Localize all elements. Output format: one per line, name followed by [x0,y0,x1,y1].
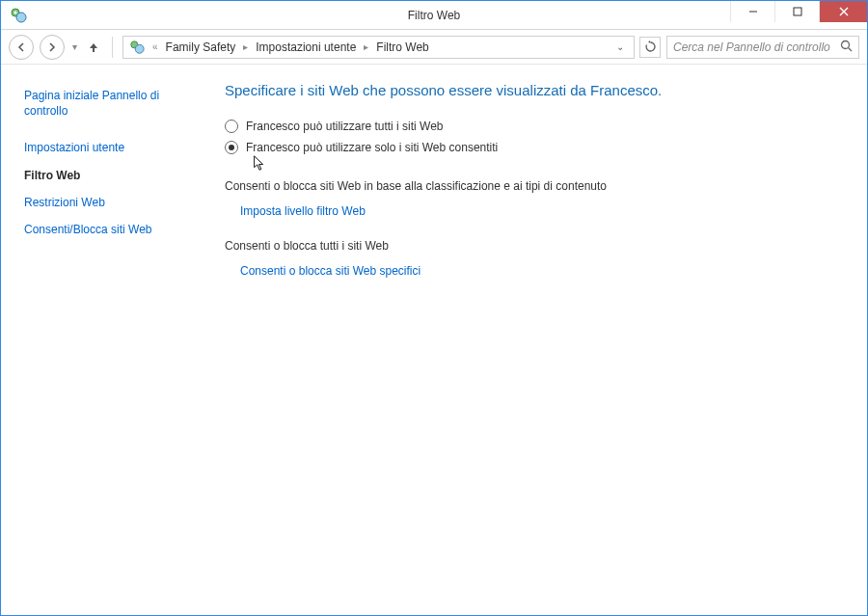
svg-point-9 [842,40,850,48]
maximize-button[interactable] [774,1,819,22]
window-controls [730,1,867,29]
link-allow-block-specific[interactable]: Consenti o blocca siti Web specifici [240,264,844,278]
radio-icon[interactable] [225,141,238,154]
content-body: Pagina iniziale Pannello di controllo Im… [1,65,867,615]
svg-point-1 [16,13,26,22]
minimize-button[interactable] [730,1,774,22]
sidebar-item-home[interactable]: Pagina iniziale Pannello di controllo [24,82,202,124]
search-input[interactable] [673,40,834,54]
sidebar-item-web-restrictions[interactable]: Restrizioni Web [24,189,202,216]
app-icon [9,6,28,25]
radio-label: Francesco può utilizzare tutti i siti We… [246,120,444,133]
section-heading-all-sites: Consenti o blocca tutti i siti Web [225,239,844,253]
title-bar: Filtro Web [1,1,867,30]
divider [112,37,113,58]
radio-option-all-sites[interactable]: Francesco può utilizzare tutti i siti We… [225,116,844,137]
svg-rect-4 [794,8,801,15]
breadcrumb-item-2[interactable]: Filtro Web [376,40,428,54]
nav-bar: ▾ « Family Safety ▸ Impostazioni utente … [1,30,867,65]
sidebar: Pagina iniziale Pannello di controllo Im… [24,82,217,592]
radio-option-allowed-only[interactable]: Francesco può utilizzare solo i siti Web… [225,137,844,158]
search-box[interactable] [666,36,859,59]
svg-point-8 [135,44,144,53]
section-heading-classification: Consenti o blocca siti Web in base alla … [225,179,844,193]
main-content: Specificare i siti Web che possono esser… [217,82,844,592]
page-heading: Specificare i siti Web che possono esser… [225,82,844,98]
search-icon[interactable] [840,40,853,55]
up-button[interactable] [85,39,102,56]
recent-dropdown-icon[interactable]: ▾ [70,41,79,52]
forward-button[interactable] [40,35,65,60]
sidebar-item-allow-block[interactable]: Consenti/Blocca siti Web [24,216,202,243]
breadcrumb-icon [129,40,145,55]
radio-icon[interactable] [225,120,238,133]
radio-label: Francesco può utilizzare solo i siti Web… [246,141,498,154]
close-button[interactable] [819,1,867,22]
svg-line-10 [849,47,853,51]
back-button[interactable] [9,35,34,60]
link-set-filter-level[interactable]: Imposta livello filtro Web [240,204,844,218]
chevron-right-icon: ▸ [241,41,250,52]
breadcrumb-prefix: « [150,41,160,52]
breadcrumb-item-0[interactable]: Family Safety [166,40,236,54]
svg-point-2 [14,11,17,13]
chevron-right-icon: ▸ [362,41,370,52]
refresh-button[interactable] [639,37,661,58]
breadcrumb[interactable]: « Family Safety ▸ Impostazioni utente ▸ … [122,36,635,59]
breadcrumb-dropdown-icon[interactable]: ⌄ [612,41,628,52]
sidebar-item-web-filter[interactable]: Filtro Web [24,162,202,189]
breadcrumb-item-1[interactable]: Impostazioni utente [256,40,356,54]
sidebar-item-user-settings[interactable]: Impostazioni utente [24,134,202,161]
